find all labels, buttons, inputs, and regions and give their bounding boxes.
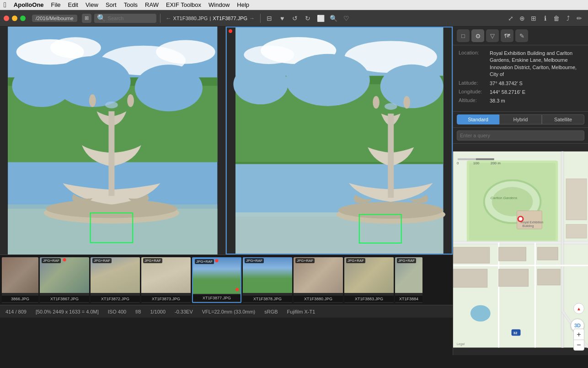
- svg-rect-63: [537, 269, 560, 285]
- svg-text:Legal: Legal: [457, 342, 465, 346]
- menu-apolloone[interactable]: ApolloOne: [14, 1, 44, 8]
- map-container[interactable]: Royal Exhibition Building Carlton Garden…: [453, 144, 588, 355]
- thumb-locdot-3877: [235, 288, 239, 291]
- panel-tab-edit[interactable]: ✎: [515, 29, 528, 42]
- nav-right-filename: XT1F3877.JPG: [213, 16, 247, 21]
- rotate-right-button[interactable]: ↻: [303, 13, 313, 23]
- svg-text:100: 100: [473, 161, 480, 165]
- map-tab-hybrid[interactable]: Hybrid: [499, 114, 542, 124]
- grid-view-button[interactable]: ⊞: [82, 14, 91, 23]
- flag-button[interactable]: ♥: [277, 13, 287, 23]
- right-pane-red-dot: [229, 29, 232, 33]
- svg-text:0: 0: [457, 161, 459, 165]
- altitude-row: Altitude: 38.3 m: [459, 97, 583, 104]
- nav-separator: |: [209, 16, 211, 21]
- delete-button[interactable]: 🗑: [551, 13, 561, 23]
- info-button[interactable]: ℹ: [540, 13, 550, 23]
- thumbnail-3878[interactable]: JPG+RAF XT1F3878.JPG: [243, 257, 292, 303]
- zoom-out-button[interactable]: 🔍: [328, 13, 338, 23]
- thumb-filename-3877: XT1F3877.JPG: [193, 295, 241, 301]
- compare-button[interactable]: ⊟: [264, 13, 274, 23]
- thumbnail-3884[interactable]: JPG+RAF XT1F3884: [395, 257, 422, 303]
- menu-help[interactable]: Help: [237, 1, 249, 8]
- svg-text:Royal Exhibition: Royal Exhibition: [521, 221, 544, 224]
- thumb-badge-3872: JPG+RAF: [92, 258, 112, 263]
- separator-1: [160, 14, 160, 23]
- right-panel: □ ⊙ ▽ 🗺 ✎ Location: Royal Exhibition Bui…: [453, 27, 588, 355]
- crop-button[interactable]: ⬜: [315, 13, 326, 23]
- traffic-lights: [4, 16, 26, 21]
- menu-sort[interactable]: Sort: [106, 1, 117, 8]
- longitude-value: 144° 58.2716' E: [490, 89, 583, 96]
- menu-edit[interactable]: Edit: [68, 1, 78, 8]
- fullscreen-button[interactable]: [20, 16, 26, 21]
- nav-right-arrow[interactable]: →: [249, 15, 255, 22]
- panel-tab-photos[interactable]: 🗺: [501, 29, 513, 42]
- close-button[interactable]: [4, 16, 9, 21]
- location-info: Location: Royal Exhibition Building and …: [453, 45, 588, 112]
- thumbnail-3867[interactable]: JPG+RAF XT1F3867.JPG: [40, 257, 89, 303]
- apple-menu[interactable]: : [4, 1, 6, 9]
- thumb-filename-3878: XT1F3878.JPG: [243, 296, 292, 302]
- thumbnail-3877[interactable]: JPG+RAF XT1F3877.JPG: [192, 257, 241, 303]
- menu-file[interactable]: File: [51, 1, 61, 8]
- view-options-button[interactable]: ⊞: [529, 13, 539, 23]
- map-tab-satellite[interactable]: Satellite: [542, 114, 584, 124]
- search-input[interactable]: [108, 16, 154, 21]
- map-zoom-out[interactable]: −: [573, 340, 584, 351]
- panel-tab-white-balance[interactable]: □: [457, 29, 470, 42]
- map-compass[interactable]: ▲: [573, 303, 584, 314]
- menu-window[interactable]: Window: [208, 1, 230, 8]
- svg-rect-70: [476, 158, 494, 160]
- location-label: Location:: [459, 50, 486, 55]
- status-colorspace: sRGB: [264, 309, 278, 314]
- map-svg: Royal Exhibition Building Carlton Garden…: [453, 144, 588, 355]
- status-count: 414 / 809: [5, 309, 27, 314]
- zoom-fit-button[interactable]: ⤢: [506, 13, 516, 23]
- map-zoom-in[interactable]: +: [573, 329, 584, 340]
- menu-raw[interactable]: RAW: [145, 1, 159, 8]
- panel-tab-filter[interactable]: ▽: [486, 29, 499, 42]
- edit-button[interactable]: ✏: [574, 13, 584, 23]
- menu-tools[interactable]: Tools: [124, 1, 138, 8]
- search-box[interactable]: 🔍: [94, 14, 156, 23]
- zoom-in-button[interactable]: ⊕: [517, 13, 527, 23]
- thumbnail-3880[interactable]: JPG+RAF XT1F3880.JPG: [294, 257, 343, 303]
- thumbnail-3883[interactable]: JPG+RAF XT1F3883.JPG: [344, 257, 394, 303]
- nav-left-arrow[interactable]: ←: [166, 15, 171, 22]
- thumb-reddot-3867: [63, 258, 66, 261]
- location-row: Location: Royal Exhibition Building and …: [459, 50, 583, 78]
- svg-text:200 m: 200 m: [491, 161, 501, 165]
- heart-button[interactable]: ♡: [341, 13, 351, 23]
- thumb-filename-3883: XT1F3883.JPG: [344, 296, 394, 302]
- svg-point-27: [380, 65, 443, 108]
- share-button[interactable]: ⤴: [563, 13, 573, 23]
- left-photo-svg: [0, 27, 225, 254]
- photo-column: 3866.JPG JPG+RAF XT1F3867.JPG JPG+RAF XT…: [0, 27, 453, 305]
- thumb-filename-3880: XT1F3880.JPG: [294, 296, 343, 302]
- thumbnail-3873[interactable]: JPG+RAF XT1F3873.JPG: [141, 257, 191, 303]
- menubar:  ApolloOne File Edit View Sort Tools RA…: [0, 0, 588, 10]
- thumbnail-3866[interactable]: 3866.JPG: [2, 257, 38, 303]
- thumbnail-3872[interactable]: JPG+RAF XT1F3872.JPG: [91, 257, 140, 303]
- minimize-button[interactable]: [12, 16, 17, 21]
- svg-point-2: [50, 37, 101, 58]
- rotate-left-button[interactable]: ↺: [290, 13, 300, 23]
- status-shutter: 1/1000: [150, 309, 166, 314]
- thumb-badge-3877: JPG+RAF: [195, 259, 214, 264]
- panel-tab-map[interactable]: ⊙: [471, 29, 484, 42]
- svg-point-9: [135, 65, 203, 111]
- svg-rect-69: [458, 158, 476, 160]
- latitude-value: 37° 48.3742' S: [490, 80, 583, 87]
- svg-point-16: [127, 94, 134, 107]
- map-query-input[interactable]: [457, 130, 584, 141]
- map-tab-standard[interactable]: Standard: [457, 114, 499, 124]
- svg-rect-61: [499, 269, 529, 287]
- menu-exif-toolbox[interactable]: EXIF Toolbox: [166, 1, 201, 8]
- thumb-badge-3878: JPG+RAF: [245, 258, 264, 263]
- svg-point-21: [244, 45, 294, 64]
- menu-view[interactable]: View: [86, 1, 98, 8]
- svg-text:Carlton Gardens: Carlton Gardens: [491, 196, 517, 200]
- thumb-filename-3884: XT1F3884: [395, 296, 422, 302]
- longitude-label: Longitude:: [459, 89, 486, 94]
